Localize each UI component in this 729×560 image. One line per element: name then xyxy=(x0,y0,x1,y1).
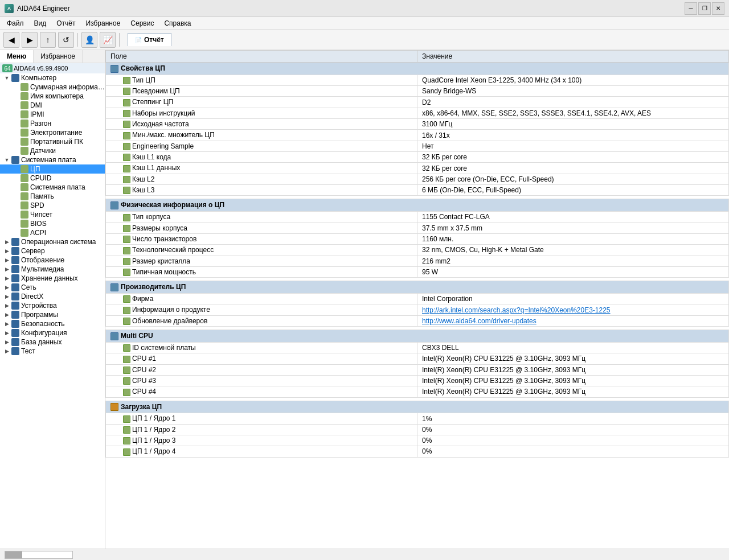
sidebar-tree-item[interactable]: ▶ Мультимедиа xyxy=(0,265,105,274)
table-row: Число транзисторов1160 млн. xyxy=(106,233,729,244)
close-button[interactable]: ✕ xyxy=(712,2,724,15)
tree-toggle[interactable]: ▼ xyxy=(2,75,11,81)
tree-item-label: Электропитание xyxy=(30,129,82,137)
tree-toggle[interactable]: ▼ xyxy=(2,157,11,163)
row-icon xyxy=(123,176,130,183)
sidebar-tree-item[interactable]: ACPI xyxy=(0,228,105,237)
sidebar-tree-item[interactable]: Имя компьютера xyxy=(0,92,105,101)
sidebar-tree-item[interactable]: Суммарная информация xyxy=(0,83,105,92)
toolbar-separator-2 xyxy=(119,33,120,47)
sidebar-tree-item[interactable]: Системная плата xyxy=(0,183,105,192)
tree-toggle[interactable]: ▶ xyxy=(2,239,11,245)
sidebar-tree-item[interactable]: Электропитание xyxy=(0,128,105,137)
menu-view[interactable]: Вид xyxy=(30,18,51,28)
menu-file[interactable]: Файл xyxy=(2,18,28,28)
tree-toggle[interactable]: ▶ xyxy=(2,285,11,290)
field-cell: Кэш L1 кода xyxy=(106,152,417,163)
tree-item-label: Мультимедиа xyxy=(21,265,64,273)
main-layout: Меню Избранное 64 AIDA64 v5.99.4900 ▼ Ко… xyxy=(0,50,729,549)
value-text: 1155 Contact FC-LGA xyxy=(417,212,729,223)
tree-toggle[interactable]: ▶ xyxy=(2,294,11,299)
menu-report[interactable]: Отчёт xyxy=(52,18,80,28)
sidebar-tree-item[interactable]: ▶ Тест xyxy=(0,347,105,356)
table-row: Исходная частота3100 МГц xyxy=(106,119,729,130)
sidebar-tree-item[interactable]: ▶ Операционная система xyxy=(0,237,105,246)
minimize-button[interactable]: ─ xyxy=(685,2,697,15)
restore-button[interactable]: ❐ xyxy=(698,2,711,15)
refresh-button[interactable]: ↺ xyxy=(58,32,74,48)
tree-item-label: Отображение xyxy=(21,256,64,264)
value-text: Intel(R) Xeon(R) CPU E31225 @ 3.10GHz, 3… xyxy=(417,364,729,375)
value-cell[interactable]: http://www.aida64.com/driver-updates xyxy=(417,315,729,326)
user-button[interactable]: 👤 xyxy=(81,32,97,48)
report-tab[interactable]: 📄 Отчёт xyxy=(128,33,171,46)
sidebar-tree-item[interactable]: Разгон xyxy=(0,119,105,128)
sidebar-tree-item[interactable]: DMI xyxy=(0,101,105,110)
table-row: Тип ЦПQuadCore Intel Xeon E3-1225, 3400 … xyxy=(106,75,729,85)
row-icon xyxy=(123,269,130,276)
sidebar-tree-item[interactable]: ▶ База данных xyxy=(0,337,105,347)
status-scrollbar-thumb[interactable] xyxy=(5,551,22,558)
sidebar-tree-item[interactable]: ▶ DirectX xyxy=(0,292,105,301)
row-icon xyxy=(123,143,130,150)
sidebar-tree-item[interactable]: ▼ Системная плата xyxy=(0,155,105,164)
sidebar-tree-item[interactable]: ▶ Хранение данных xyxy=(0,274,105,283)
tree-toggle[interactable]: ▶ xyxy=(2,339,11,345)
sidebar-tab-favorites[interactable]: Избранное xyxy=(34,50,83,63)
sidebar-tree-item[interactable]: SPD xyxy=(0,201,105,210)
tree-toggle[interactable]: ▶ xyxy=(2,312,11,318)
sidebar-tree-item[interactable]: ▶ Сервер xyxy=(0,246,105,256)
sidebar-tree-item[interactable]: Портативный ПК xyxy=(0,137,105,146)
table-row: Наборы инструкцийx86, x86-64, MMX, SSE, … xyxy=(106,108,729,118)
tree-toggle[interactable]: ▶ xyxy=(2,266,11,272)
sidebar-tree-item[interactable]: ▶ Безопасность xyxy=(0,319,105,328)
table-row: CPU #4Intel(R) Xeon(R) CPU E31225 @ 3.10… xyxy=(106,386,729,397)
sidebar-tree-item[interactable]: ▶ Устройства xyxy=(0,301,105,310)
sidebar-tree-item[interactable]: ▶ Конфигурация xyxy=(0,328,105,337)
tree-toggle[interactable]: ▶ xyxy=(2,257,11,263)
toolbar: ◀ ▶ ↑ ↺ 👤 📈 📄 Отчёт xyxy=(0,30,729,50)
table-row: ЦП 1 / Ядро 40% xyxy=(106,446,729,457)
title-bar: A AIDA64 Engineer ─ ❐ ✕ xyxy=(0,0,729,17)
up-button[interactable]: ↑ xyxy=(40,32,56,48)
sidebar-tree-item[interactable]: ▼ Компьютер xyxy=(0,73,105,83)
sidebar-tree-item[interactable]: IPMI xyxy=(0,110,105,119)
value-link[interactable]: http://ark.intel.com/search.aspx?q=Intel… xyxy=(422,306,611,314)
menu-favorites[interactable]: Избранное xyxy=(81,18,125,28)
report-tab-icon: 📄 xyxy=(135,37,142,43)
table-row: ФирмаIntel Corporation xyxy=(106,294,729,304)
tree-toggle[interactable]: ▶ xyxy=(2,275,11,281)
field-label: ЦП 1 / Ядро 3 xyxy=(132,437,176,444)
tree-toggle[interactable]: ▶ xyxy=(2,321,11,327)
sidebar-tree-item[interactable]: CPUID xyxy=(0,174,105,183)
sidebar-tree-item[interactable]: Память xyxy=(0,192,105,201)
menu-service[interactable]: Сервис xyxy=(126,18,158,28)
col-field-header: Поле xyxy=(106,51,417,63)
sidebar-tree-item[interactable]: ▶ Сеть xyxy=(0,283,105,292)
sidebar-tree-item[interactable]: ▶ Программы xyxy=(0,310,105,319)
forward-button[interactable]: ▶ xyxy=(22,32,38,48)
sidebar-tree-item[interactable]: ▶ Отображение xyxy=(0,256,105,265)
table-row: CPU #3Intel(R) Xeon(R) CPU E31225 @ 3.10… xyxy=(106,375,729,386)
tree-toggle[interactable]: ▶ xyxy=(2,330,11,336)
status-scrollbar[interactable] xyxy=(5,551,73,559)
value-link[interactable]: http://www.aida64.com/driver-updates xyxy=(422,317,536,325)
sidebar-tab-menu[interactable]: Меню xyxy=(0,50,34,63)
sidebar-tree-item[interactable]: ЦП xyxy=(0,164,105,174)
table-row: Типичная мощность95 W xyxy=(106,266,729,277)
field-cell: Степпинг ЦП xyxy=(106,97,417,108)
menu-help[interactable]: Справка xyxy=(159,18,195,28)
tree-item-label: Операционная система xyxy=(21,238,96,246)
chart-button[interactable]: 📈 xyxy=(100,32,116,48)
tree-toggle[interactable]: ▶ xyxy=(2,248,11,254)
value-text: 3100 МГц xyxy=(417,119,729,130)
sidebar-tree-item[interactable]: Чипсет xyxy=(0,210,105,219)
field-label: Фирма xyxy=(132,295,153,303)
tree-toggle[interactable]: ▶ xyxy=(2,348,11,354)
back-button[interactable]: ◀ xyxy=(3,32,19,48)
row-icon xyxy=(123,367,130,374)
tree-toggle[interactable]: ▶ xyxy=(2,303,11,308)
value-cell[interactable]: http://ark.intel.com/search.aspx?q=Intel… xyxy=(417,304,729,315)
sidebar-tree-item[interactable]: BIOS xyxy=(0,219,105,228)
sidebar-tree-item[interactable]: Датчики xyxy=(0,146,105,155)
